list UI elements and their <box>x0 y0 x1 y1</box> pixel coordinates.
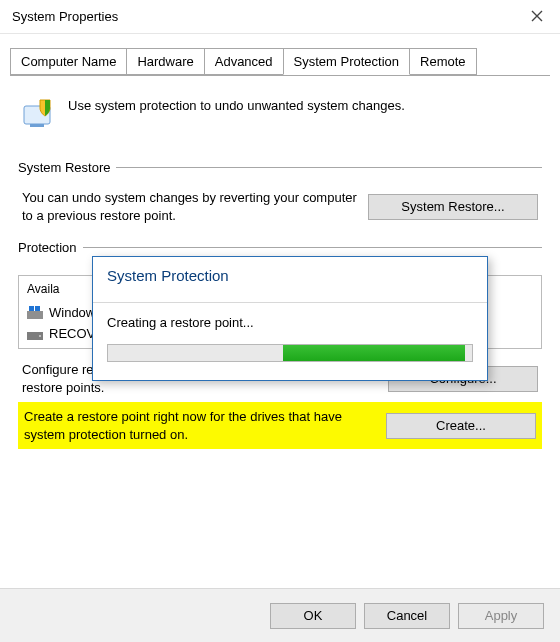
tab-remote[interactable]: Remote <box>409 48 477 75</box>
window-title: System Properties <box>12 9 118 24</box>
system-restore-row: You can undo system changes by reverting… <box>18 187 542 226</box>
tab-computer-name[interactable]: Computer Name <box>10 48 127 75</box>
shield-monitor-icon <box>18 94 58 134</box>
apply-button[interactable]: Apply <box>458 603 544 629</box>
progress-bar <box>107 344 473 362</box>
close-icon <box>531 9 543 25</box>
close-button[interactable] <box>514 0 560 34</box>
system-restore-button[interactable]: System Restore... <box>368 194 538 220</box>
system-restore-description: You can undo system changes by reverting… <box>22 189 368 224</box>
drive-windows-icon <box>27 306 43 320</box>
create-restore-row: Create a restore point right now for the… <box>18 402 542 449</box>
svg-point-6 <box>39 334 41 336</box>
create-button[interactable]: Create... <box>386 413 536 439</box>
tab-advanced[interactable]: Advanced <box>204 48 284 75</box>
system-restore-legend: System Restore <box>18 160 116 175</box>
system-properties-window: System Properties Computer Name Hardware… <box>0 0 560 642</box>
intro-text: Use system protection to undo unwanted s… <box>68 94 405 113</box>
cancel-button[interactable]: Cancel <box>364 603 450 629</box>
drive-generic-icon <box>27 327 43 341</box>
intro-row: Use system protection to undo unwanted s… <box>18 94 542 134</box>
progress-dialog-message: Creating a restore point... <box>107 315 473 330</box>
titlebar: System Properties <box>0 0 560 34</box>
tab-strip: Computer Name Hardware Advanced System P… <box>10 48 550 76</box>
tab-hardware[interactable]: Hardware <box>126 48 204 75</box>
svg-rect-4 <box>35 306 40 311</box>
svg-rect-1 <box>30 124 44 127</box>
svg-rect-3 <box>29 306 34 311</box>
tab-system-protection[interactable]: System Protection <box>283 48 411 75</box>
create-restore-description: Create a restore point right now for the… <box>24 408 368 443</box>
dialog-button-row: OK Cancel Apply <box>0 588 560 642</box>
svg-rect-2 <box>27 311 43 319</box>
progress-bar-fill <box>283 345 465 361</box>
ok-button[interactable]: OK <box>270 603 356 629</box>
progress-dialog-title: System Protection <box>93 257 487 303</box>
section-system-restore: System Restore You can undo system chang… <box>18 160 542 226</box>
protection-settings-legend: Protection <box>18 240 83 255</box>
progress-dialog: System Protection Creating a restore poi… <box>92 256 488 381</box>
progress-dialog-body: Creating a restore point... <box>93 303 487 380</box>
